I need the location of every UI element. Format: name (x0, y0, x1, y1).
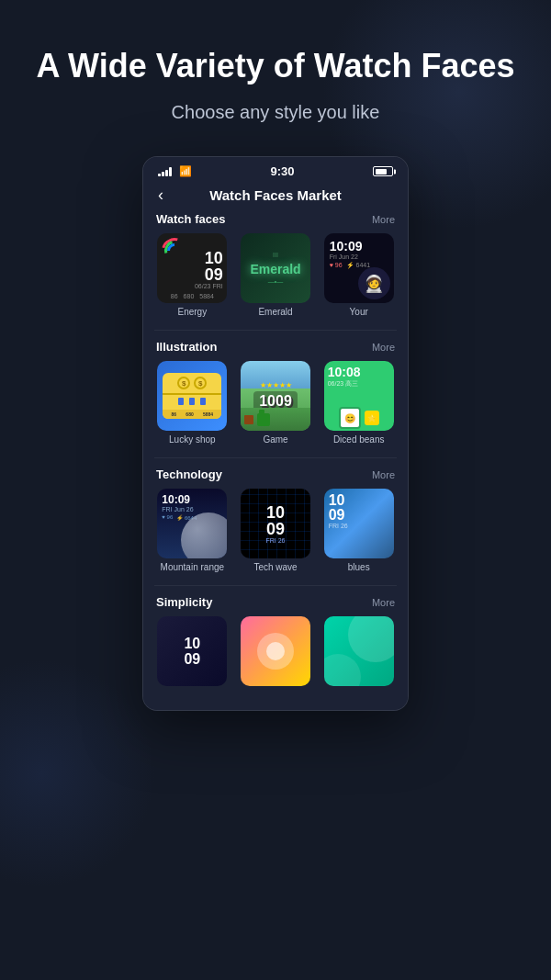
game-stars: ★★★★★ (260, 381, 292, 389)
watchface-item-mountain[interactable]: 10:09 FRI Jun 26 ♥ 96 ⚡ 6644 Mountain ra… (154, 489, 231, 572)
watchface-thumb-game: ★★★★★ 1009 (241, 361, 310, 431)
section-title-simplicity: Simplicity (156, 595, 212, 609)
phone-body: Watch faces More 1009 (143, 212, 408, 710)
energy-date: 06/23 FRI (195, 283, 223, 289)
astronaut-icon: 🧑‍🚀 (358, 267, 390, 299)
energy-time: 1009 (195, 250, 223, 283)
divider-1 (154, 330, 397, 331)
watchface-label-diced: Diced beans (333, 434, 385, 445)
watchface-thumb-emerald: III Emerald —•— (241, 233, 310, 303)
watchface-item-simp3[interactable] (320, 616, 397, 686)
energy-stats: 86 680 5884 (171, 293, 214, 299)
coin-2: $ (194, 377, 207, 389)
section-more-illustration[interactable]: More (372, 342, 395, 353)
watchface-thumb-techwave: 1009 FRI 26 (241, 489, 310, 558)
status-time: 9:30 (270, 164, 294, 178)
watchface-item-simp2[interactable] (238, 616, 314, 686)
lucky-building: $ $ (163, 373, 221, 419)
watchface-item-simp1[interactable]: 1009 (154, 616, 231, 686)
watchface-label-emerald: Emerald (258, 307, 292, 317)
section-header-technology: Technology More (154, 467, 397, 481)
blues-date: FRI 26 (329, 523, 389, 529)
section-title-watchfaces: Watch faces (156, 212, 225, 226)
watchface-item-diced[interactable]: 10:08 06/23 高三 😊 ⭐ Diced beans (320, 361, 397, 445)
section-header-illustration: Illustration More (154, 340, 397, 354)
page-content: A Wide Variety of Watch Faces Choose any… (0, 0, 551, 729)
status-right (373, 166, 393, 176)
page-title: A Wide Variety of Watch Faces (36, 46, 514, 85)
energy-rings (162, 238, 189, 265)
blues-time: 1009 (329, 493, 389, 523)
status-bar: 📶 9:30 (143, 157, 408, 182)
screen-title: Watch Faces Market (209, 187, 342, 203)
watchface-label-your: Your (350, 307, 368, 317)
wifi-icon: 📶 (179, 165, 192, 177)
your-date: Fri Jun 22 (330, 253, 388, 260)
coin-1: $ (177, 377, 190, 389)
watchface-item-lucky[interactable]: $ $ (154, 361, 231, 445)
signal-bar-3 (165, 170, 168, 176)
watchface-label-lucky: Lucky shop (169, 434, 216, 445)
section-header-watchfaces: Watch faces More (154, 212, 397, 226)
section-header-simplicity: Simplicity More (154, 595, 397, 609)
section-title-technology: Technology (156, 467, 222, 481)
watchface-label-game: Game (263, 434, 287, 445)
watchface-item-techwave[interactable]: 1009 FRI 26 Tech wave (238, 489, 314, 572)
status-left: 📶 (158, 165, 192, 177)
mountain-date: FRI Jun 26 (162, 506, 222, 513)
phone-mockup: 📶 9:30 ‹ Watch Faces Market Watch faces … (142, 156, 409, 711)
signal-icon (158, 167, 172, 176)
section-illustration: Illustration More $ $ (154, 340, 397, 445)
simp1-time: 1009 (184, 636, 200, 668)
watchface-thumb-mountain: 10:09 FRI Jun 26 ♥ 96 ⚡ 6644 (157, 489, 227, 558)
technology-grid: 10:09 FRI Jun 26 ♥ 96 ⚡ 6644 Mountain ra… (154, 489, 397, 572)
watchface-item-energy[interactable]: 1009 06/23 FRI 86 680 5884 Energy (154, 233, 231, 317)
lucky-coins: $ $ (174, 373, 210, 393)
signal-bar-1 (158, 174, 161, 176)
section-technology: Technology More 10:09 FRI Jun 26 ♥ 96 ⚡ … (154, 467, 397, 572)
watchface-label-mountain: Mountain range (161, 562, 225, 572)
watchface-thumb-blues: 1009 FRI 26 (324, 489, 394, 558)
watchface-label-techwave: Tech wave (253, 562, 297, 572)
simplicity-grid: 1009 (154, 616, 397, 686)
watchfaces-grid: 1009 06/23 FRI 86 680 5884 Energy (154, 233, 397, 317)
section-simplicity: Simplicity More 1009 (154, 595, 397, 686)
watchface-item-emerald[interactable]: III Emerald —•— Emerald (238, 233, 314, 317)
section-more-simplicity[interactable]: More (372, 597, 395, 608)
watchface-thumb-lucky: $ $ (157, 361, 227, 431)
watchface-label-energy: Energy (177, 307, 207, 317)
diced-date: 06/23 高三 (328, 379, 390, 389)
watchface-item-game[interactable]: ★★★★★ 1009 Game (238, 361, 314, 445)
tech-sub: FRI 26 (265, 537, 285, 544)
diced-time: 10:08 (328, 365, 390, 379)
watchface-thumb-diced: 10:08 06/23 高三 😊 ⭐ (324, 361, 394, 431)
watchface-thumb-simp1: 1009 (157, 616, 227, 686)
divider-2 (154, 457, 397, 458)
mountain-time: 10:09 (162, 493, 222, 506)
watchface-thumb-simp2 (241, 616, 310, 686)
your-time: 10:09 (330, 239, 388, 253)
watchface-item-blues[interactable]: 1009 FRI 26 blues (320, 489, 397, 572)
battery-level (376, 169, 388, 175)
watchface-item-your[interactable]: 10:09 Fri Jun 22 ♥ 96 ⚡ 6441 🧑‍🚀 Your (320, 233, 397, 317)
watchface-thumb-simp3 (324, 616, 394, 686)
emerald-date: —•— (250, 278, 300, 285)
section-more-watchfaces[interactable]: More (372, 214, 395, 225)
back-button[interactable]: ‹ (158, 186, 163, 205)
watchface-label-blues: blues (348, 562, 370, 572)
section-more-technology[interactable]: More (372, 469, 395, 480)
tech-time: 1009 (266, 504, 285, 537)
battery-icon (373, 166, 393, 176)
section-title-illustration: Illustration (156, 340, 217, 354)
watchface-thumb-energy: 1009 06/23 FRI 86 680 5884 (157, 233, 227, 303)
phone-header: ‹ Watch Faces Market (143, 182, 408, 212)
dice-icon: 😊 (339, 407, 361, 429)
watchface-thumb-your: 10:09 Fri Jun 22 ♥ 96 ⚡ 6441 🧑‍🚀 (324, 233, 394, 303)
divider-3 (154, 585, 397, 586)
section-watch-faces: Watch faces More 1009 (154, 212, 397, 317)
page-subtitle: Choose any style you like (172, 102, 380, 123)
signal-bar-2 (162, 172, 164, 176)
signal-bar-4 (169, 167, 172, 176)
emerald-text: Emerald (250, 262, 300, 276)
illustration-grid: $ $ (154, 361, 397, 445)
